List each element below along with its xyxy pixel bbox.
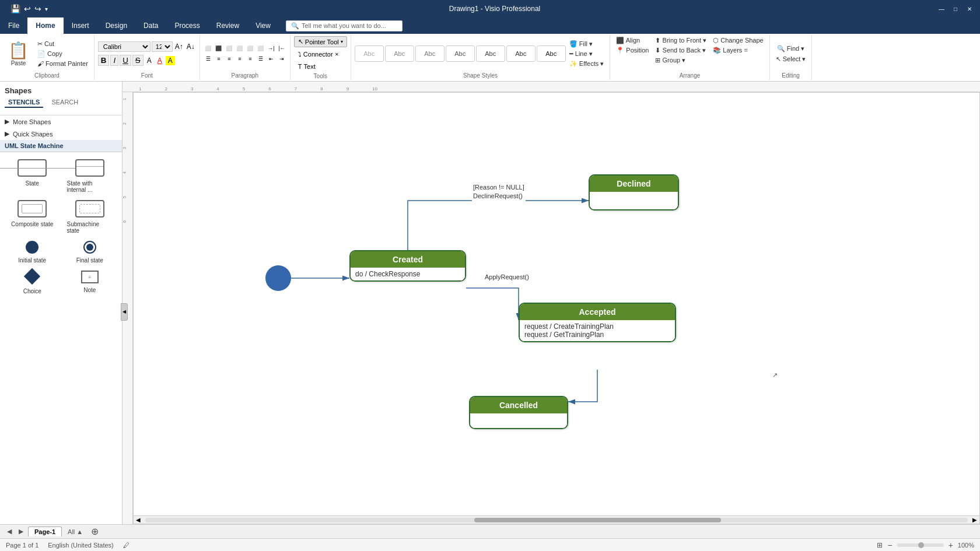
italic-button[interactable]: I [110, 55, 118, 66]
font-grow-button[interactable]: A↑ [174, 42, 184, 51]
align-top-center[interactable]: ⬛ [214, 44, 223, 53]
decrease-indent[interactable]: |← [277, 44, 286, 53]
position-button[interactable]: 📍 Position [614, 46, 651, 55]
redo-button[interactable]: ↪ [34, 4, 41, 13]
copy-button[interactable]: 📄 Copy [35, 50, 90, 58]
accepted-state[interactable]: Accepted request / CreateTrainingPlanreq… [519, 303, 676, 342]
tab-insert[interactable]: Insert [64, 17, 97, 34]
bring-to-front-button[interactable]: ⬆ Bring to Front ▾ [653, 36, 709, 45]
cut-button[interactable]: ✂ Cut [35, 40, 90, 48]
text-align-right[interactable]: ≡ [235, 54, 244, 64]
page-1-tab[interactable]: Page-1 [28, 527, 62, 536]
shape-style-5[interactable]: Abc [476, 45, 505, 62]
text-align-left[interactable]: ≡ [214, 54, 223, 64]
undo-button[interactable]: ↩ [24, 4, 31, 13]
align-button[interactable]: ⬛ Align [614, 36, 651, 45]
choice-item[interactable]: Choice [5, 268, 60, 297]
quick-access-more[interactable]: ▾ [45, 6, 48, 12]
tab-review[interactable]: Review [208, 17, 247, 34]
text-align-justify[interactable]: ≡ [246, 54, 255, 64]
add-page-button[interactable]: ⊕ [89, 526, 101, 537]
group-button[interactable]: ⊞ Group ▾ [653, 56, 709, 65]
connector-dropdown[interactable]: ✕ [335, 52, 339, 57]
initial-state-node[interactable] [265, 265, 291, 291]
paste-button[interactable]: 📋 Paste [4, 38, 33, 69]
select-button[interactable]: ↖ Select ▾ [774, 55, 808, 64]
created-state[interactable]: Created do / CheckResponse [349, 250, 466, 282]
fill-button[interactable]: 🪣 Fill ▾ [567, 40, 607, 48]
increase-indent[interactable]: →| [267, 44, 276, 53]
maximize-button[interactable]: □ [951, 4, 960, 13]
scroll-right-button[interactable]: ▶ [970, 517, 979, 523]
quick-shapes-item[interactable]: ▶ Quick Shapes [0, 128, 122, 140]
shape-style-6[interactable]: Abc [506, 45, 536, 62]
font-color-button[interactable]: A [155, 56, 164, 65]
shape-style-3[interactable]: Abc [415, 45, 444, 62]
indent-left[interactable]: ⇤ [267, 54, 276, 64]
list-button[interactable]: ☰ [256, 54, 265, 64]
pointer-tool-button[interactable]: ↖ Pointer Tool ▾ [294, 36, 347, 47]
text-align-center[interactable]: ≡ [225, 54, 234, 64]
cancelled-state[interactable]: Cancelled [469, 396, 568, 429]
align-mid-left[interactable]: ⬜ [235, 44, 244, 53]
font-family-select[interactable]: Calibri [98, 41, 150, 52]
line-button[interactable]: ━ Line ▾ [567, 50, 607, 58]
align-top-right[interactable]: ⬜ [225, 44, 234, 53]
zoom-slider-thumb[interactable] [918, 542, 924, 548]
all-pages-button[interactable]: All ▲ [64, 528, 86, 535]
scroll-left-button[interactable]: ◀ [134, 517, 143, 523]
save-button[interactable]: 💾 [10, 4, 20, 13]
page-prev-button[interactable]: ◀ [5, 527, 14, 536]
close-button[interactable]: ✕ [965, 4, 974, 13]
submachine-item[interactable]: Submachine state [62, 198, 118, 236]
tab-view[interactable]: View [247, 17, 279, 34]
highlight-button[interactable]: A [166, 56, 175, 65]
layers-button[interactable]: 📚 Layers = [710, 46, 765, 55]
tab-file[interactable]: File [0, 17, 27, 34]
change-shape-button[interactable]: ⬡ Change Shape [710, 36, 765, 45]
strikethrough-button[interactable]: S [132, 55, 144, 66]
effects-button[interactable]: ✨ Effects ▾ [567, 59, 607, 68]
sidebar-collapse-button[interactable]: ◀ [121, 303, 128, 321]
declined-state[interactable]: Declined [589, 174, 679, 210]
align-mid-center[interactable]: ⬜ [246, 44, 255, 53]
pointer-dropdown[interactable]: ▾ [341, 39, 343, 44]
note-item[interactable]: ≡ Note [62, 268, 118, 297]
uml-state-machine-label[interactable]: UML State Machine [0, 140, 122, 152]
page-next-button[interactable]: ▶ [16, 527, 26, 536]
tab-process[interactable]: Process [166, 17, 208, 34]
align-mid-right[interactable]: ⬜ [256, 44, 265, 53]
scroll-thumb-h[interactable] [474, 518, 721, 522]
font-size-increase-button[interactable]: A [145, 56, 154, 65]
zoom-in-button[interactable]: + [946, 541, 956, 550]
canvas-container[interactable]: 12345678910 1 2 3 4 5 6 [123, 82, 980, 524]
stencils-tab[interactable]: STENCILS [5, 97, 43, 108]
find-button[interactable]: 🔍 Find ▾ [775, 44, 807, 53]
connector-tool-button[interactable]: ⤵ Connector ✕ [294, 49, 343, 59]
state-internal-item[interactable]: State with internal ... [62, 157, 118, 195]
composite-state-item[interactable]: Composite state [5, 198, 60, 236]
align-top-left[interactable]: ⬜ [204, 44, 213, 53]
initial-state-item[interactable]: Initial state [5, 238, 60, 266]
tab-design[interactable]: Design [97, 17, 135, 34]
indent-right[interactable]: ⇥ [277, 54, 286, 64]
font-shrink-button[interactable]: A↓ [186, 42, 196, 51]
shape-style-7[interactable]: Abc [537, 45, 566, 62]
shape-style-1[interactable]: Abc [355, 45, 384, 62]
fit-page-button[interactable]: ⊞ [877, 541, 883, 549]
align-bottom-left[interactable]: ☰ [204, 54, 213, 64]
tab-data[interactable]: Data [135, 17, 166, 34]
shape-style-2[interactable]: Abc [385, 45, 414, 62]
font-size-select[interactable]: 12pt. [152, 41, 173, 52]
format-painter-button[interactable]: 🖌 Format Painter [35, 59, 90, 68]
canvas[interactable]: Created do / CheckResponse Declined Acce… [133, 92, 980, 524]
underline-button[interactable]: U [120, 55, 131, 66]
search-tab[interactable]: SEARCH [48, 97, 82, 108]
shape-style-4[interactable]: Abc [446, 45, 475, 62]
accessibility-icon[interactable]: 🖊 [123, 542, 130, 549]
bold-button[interactable]: B [98, 55, 110, 66]
minimize-button[interactable]: — [937, 4, 946, 13]
zoom-out-button[interactable]: − [885, 541, 894, 550]
final-state-item[interactable]: Final state [62, 238, 118, 266]
state-shape-item[interactable]: State [5, 157, 60, 195]
